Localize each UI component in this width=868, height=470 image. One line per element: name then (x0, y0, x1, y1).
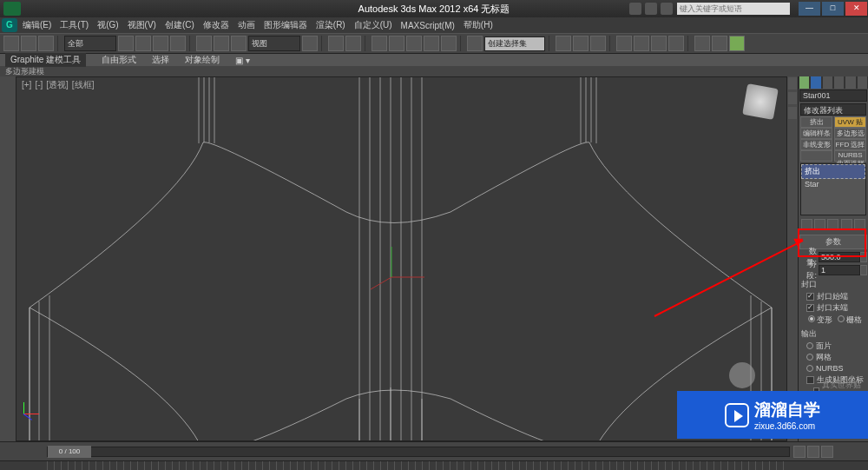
tab-hierarchy[interactable] (823, 76, 832, 89)
timeslider-btn1[interactable] (793, 446, 806, 458)
tab-motion[interactable] (834, 76, 844, 89)
grid-radio[interactable] (838, 315, 845, 322)
select-name-button[interactable] (135, 36, 151, 51)
time-slider[interactable]: 0 / 100 (0, 441, 868, 460)
menu-create[interactable]: 创建(C) (165, 19, 194, 31)
curveed-button[interactable] (634, 36, 649, 51)
redo-button[interactable] (21, 36, 36, 51)
snap3d-button[interactable] (389, 36, 404, 51)
star-icon[interactable] (661, 3, 673, 15)
ribbon-toggle-button[interactable] (616, 36, 632, 51)
move-button[interactable] (196, 36, 212, 51)
manip-button[interactable] (328, 36, 344, 51)
tab-modify[interactable] (811, 76, 820, 89)
stack-star[interactable]: Star (801, 179, 865, 189)
render-button[interactable] (729, 36, 745, 51)
ribbon-tab-selection[interactable]: 选择 (152, 54, 169, 66)
app-menu-icon[interactable]: G (2, 18, 17, 32)
btn-nurbssel[interactable]: NURBS 曲面选择 (834, 150, 866, 162)
pivot-button[interactable] (302, 36, 318, 51)
mirror-button[interactable] (556, 36, 571, 51)
stack-show-icon[interactable] (814, 219, 825, 230)
menu-animation[interactable]: 动画 (238, 19, 255, 31)
segments-spin-icon[interactable] (860, 265, 867, 275)
menu-customize[interactable]: 自定义(U) (354, 19, 392, 31)
ribbon-collapse-icon[interactable]: ▣ ▾ (235, 56, 250, 65)
track-bar[interactable] (0, 460, 868, 470)
btn-extrude[interactable]: 挤出 (800, 116, 832, 128)
timeslider-btn2[interactable] (807, 446, 819, 458)
select-rect-button[interactable] (153, 36, 168, 51)
select-button[interactable] (118, 36, 134, 51)
btn-editspline[interactable]: 编辑样条线 (800, 128, 832, 139)
align-button[interactable] (573, 36, 589, 51)
menu-views[interactable]: 视图(V) (128, 19, 156, 31)
stack-unique-icon[interactable] (827, 219, 838, 230)
layers-button[interactable] (590, 36, 606, 51)
cap-start-checkbox[interactable] (806, 293, 814, 301)
steering-wheel[interactable] (729, 362, 755, 388)
gen-uvw-checkbox[interactable] (806, 376, 814, 384)
out-mesh-radio[interactable] (806, 354, 813, 361)
ribbon-tab-paint[interactable]: 对象绘制 (185, 54, 220, 66)
morph-radio[interactable] (808, 315, 815, 322)
comm-icon[interactable] (645, 3, 657, 15)
ribbon-tab-graphite[interactable]: Graphite 建模工具 (5, 53, 86, 67)
btn-pathdeform[interactable]: 非线变形 (800, 139, 832, 150)
viewport-perspective[interactable]: [+][-][透视][线框] (16, 76, 787, 441)
search-input[interactable] (677, 3, 790, 15)
stack-extrude[interactable]: 挤出 (801, 164, 865, 179)
selset-dropdown[interactable]: 创建选择集 (484, 36, 545, 51)
menu-rendering[interactable]: 渲染(R) (316, 19, 345, 31)
btn-polysel[interactable]: 多边形选择 (834, 128, 866, 139)
undo-button[interactable] (3, 36, 19, 51)
time-handle[interactable]: 0 / 100 (48, 446, 91, 458)
refcoord-dropdown[interactable]: 视图 (248, 36, 300, 51)
anglesnap-button[interactable] (406, 36, 422, 51)
stack-pin-icon[interactable] (801, 219, 812, 230)
out-patch-radio[interactable] (806, 342, 813, 349)
window-crossing-button[interactable] (170, 36, 186, 51)
menu-group[interactable]: 视(G) (97, 19, 118, 31)
stack-config-icon[interactable] (854, 219, 865, 230)
ribbon-tab-freeform[interactable]: 自由形式 (102, 54, 136, 66)
rotate-button[interactable] (214, 36, 229, 51)
timeslider-btn3[interactable] (821, 446, 833, 458)
snap2d-button[interactable] (372, 36, 387, 51)
menu-tools[interactable]: 工具(T) (60, 19, 89, 31)
menu-edit[interactable]: 编辑(E) (23, 19, 51, 31)
cap-end-checkbox[interactable] (806, 304, 814, 312)
renderfb-button[interactable] (712, 36, 727, 51)
menu-grapheditors[interactable]: 图形编辑器 (264, 19, 307, 31)
keymode-button[interactable] (345, 36, 361, 51)
amount-spin-icon[interactable] (860, 252, 867, 262)
link-button[interactable] (38, 36, 54, 51)
spinnersnap-button[interactable] (441, 36, 457, 51)
percentsnap-button[interactable] (424, 36, 439, 51)
scale-button[interactable] (231, 36, 247, 51)
object-name-field[interactable]: Star001 (799, 89, 867, 102)
btn-r4a[interactable] (800, 150, 832, 162)
maximize-button[interactable]: □ (822, 2, 844, 16)
modifier-list-dropdown[interactable]: 修改器列表 (800, 103, 866, 116)
close-button[interactable]: ✕ (845, 2, 867, 16)
schematic-button[interactable] (651, 36, 667, 51)
amount-spinner[interactable]: 500.0 (819, 252, 860, 262)
viewcube[interactable] (742, 83, 779, 120)
stack-remove-icon[interactable] (841, 219, 852, 230)
modifier-stack[interactable]: 挤出 Star (800, 163, 866, 215)
tab-create[interactable] (799, 76, 809, 89)
menu-help[interactable]: 帮助(H) (464, 19, 493, 31)
tab-display[interactable] (845, 76, 855, 89)
minimize-button[interactable]: — (799, 2, 820, 16)
selection-filter-dropdown[interactable]: 全部 (64, 36, 116, 51)
btn-uvw[interactable]: UVW 贴图 (834, 116, 866, 128)
menu-maxscript[interactable]: MAXScript(M) (401, 21, 455, 30)
tab-utilities[interactable] (858, 76, 867, 89)
editselset-button[interactable] (467, 36, 483, 51)
matedit-button[interactable] (668, 36, 684, 51)
help-icon[interactable] (629, 3, 641, 15)
search-box[interactable] (677, 3, 790, 15)
rendersetup-button[interactable] (694, 36, 710, 51)
menu-modifiers[interactable]: 修改器 (203, 19, 229, 31)
